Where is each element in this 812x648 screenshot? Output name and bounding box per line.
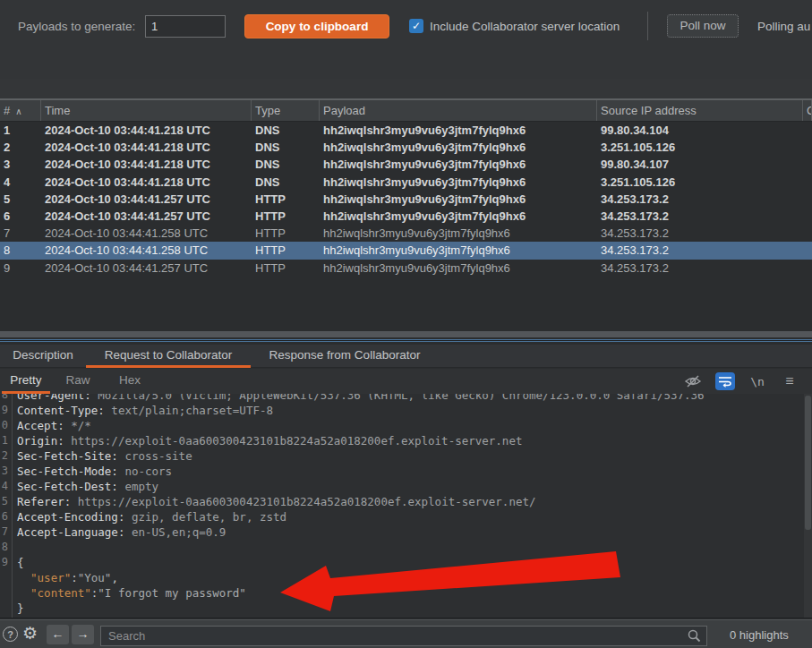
poll-now-button[interactable]: Poll now [667,14,739,38]
table-row[interactable]: 62024-Oct-10 03:44:41.257 UTCHTTPhh2iwql… [0,208,812,225]
cell-payload: hh2iwqlshr3myu9vu6y3jtm7fylq9hx6 [320,260,597,277]
tab-response-from-collaborator[interactable]: Response from Collaborator [251,345,439,368]
editor-line: 8User-Agent: Mozilla/5.0 (Victim; AppleW… [0,394,812,403]
cell-time: 2024-Oct-10 03:44:41.218 UTC [41,122,252,139]
table-row[interactable]: 42024-Oct-10 03:44:41.218 UTCDNShh2iwqls… [0,174,812,191]
cell-number: 1 [0,122,41,139]
line-number: 8 [0,540,12,555]
cell-comment [803,139,812,156]
line-number: 3 [0,464,12,479]
table-row[interactable]: 12024-Oct-10 03:44:41.218 UTCDNShh2iwqls… [0,122,812,139]
cell-comment [803,260,812,277]
line-number [0,570,12,585]
settings-gear-icon[interactable]: ⚙ [22,623,38,644]
cell-time: 2024-Oct-10 03:44:41.218 UTC [41,174,252,191]
cell-payload: hh2iwqlshr3myu9vu6y3jtm7fylq9hx6 [320,225,597,242]
table-row[interactable]: 72024-Oct-10 03:44:41.258 UTCHTTPhh2iwql… [0,225,812,242]
subtab-pretty[interactable]: Pretty [0,369,52,394]
table-row[interactable]: 92024-Oct-10 03:44:41.257 UTCHTTPhh2iwql… [0,260,812,277]
previous-match-button[interactable]: ← [47,625,69,644]
line-number: 5 [0,494,12,509]
cell-time: 2024-Oct-10 03:44:41.257 UTC [41,208,252,225]
line-text: Origin: https://exploit-0aa600300423101b… [17,433,522,448]
results-table-body: 12024-Oct-10 03:44:41.218 UTCDNShh2iwqls… [0,122,812,277]
line-text: { [17,555,24,570]
line-text: "content":"I forgot my password" [17,585,246,601]
cell-time: 2024-Oct-10 03:44:41.257 UTC [41,191,252,208]
editor-status-bar: ? ⚙ ← → 0 highlights [0,619,812,648]
column-header-payload[interactable]: Payload [320,100,597,121]
editor-line: 6Accept-Encoding: gzip, deflate, br, zst… [0,509,812,524]
cell-source-ip: 99.80.34.104 [597,122,803,139]
subtab-raw[interactable]: Raw [52,369,104,394]
column-header-type[interactable]: Type [252,100,320,121]
editor-line: 2Sec-Fetch-Site: cross-site [0,448,812,464]
editor-line: 4Sec-Fetch-Dest: empty [0,479,812,494]
column-header-time[interactable]: Time [41,100,252,121]
table-row[interactable]: 22024-Oct-10 03:44:41.218 UTCDNShh2iwqls… [0,139,812,156]
tab-request-to-collaborator[interactable]: Request to Collaborator [86,345,251,368]
next-match-button[interactable]: → [72,625,94,644]
cell-number: 3 [0,156,41,173]
cell-source-ip: 34.253.173.2 [597,225,803,242]
cell-comment [803,225,812,242]
cell-number: 6 [0,208,41,225]
newline-display-icon[interactable]: \n [748,372,767,390]
tab-description[interactable]: Description [0,345,86,368]
cell-type: HTTP [252,260,320,277]
help-icon[interactable]: ? [3,627,18,642]
subtab-hex[interactable]: Hex [104,369,156,394]
collaborator-results-table: #∧ Time Type Payload Source IP address C… [0,98,812,329]
request-editor[interactable]: 8User-Agent: Mozilla/5.0 (Victim; AppleW… [0,394,812,618]
column-header-source-ip[interactable]: Source IP address [597,100,803,121]
cell-payload: hh2iwqlshr3myu9vu6y3jtm7fylq9hx6 [320,122,597,139]
cell-type: HTTP [252,242,320,259]
column-header-number[interactable]: #∧ [0,100,41,121]
search-magnifier-icon[interactable] [687,628,702,647]
column-header-comment[interactable]: C [803,100,812,121]
editor-scrollbar[interactable] [804,394,812,618]
payloads-count-input[interactable] [145,15,226,38]
table-row[interactable]: 52024-Oct-10 03:44:41.257 UTCHTTPhh2iwql… [0,191,812,208]
word-wrap-toggle-icon[interactable] [715,372,735,390]
editor-lines: 8User-Agent: Mozilla/5.0 (Victim; AppleW… [0,394,812,616]
cell-source-ip: 99.80.34.107 [597,156,803,173]
cell-type: DNS [252,174,320,191]
cell-source-ip: 34.253.173.2 [597,208,803,225]
line-text: Accept: */* [17,418,91,433]
cell-number: 9 [0,260,41,277]
include-location-label: Include Collaborator server location [430,20,620,33]
hide-matches-eye-off-icon[interactable] [683,372,703,390]
search-input[interactable] [101,627,679,645]
table-row[interactable]: 32024-Oct-10 03:44:41.218 UTCDNShh2iwqls… [0,156,812,173]
cell-payload: hh2iwqlshr3myu9vu6y3jtm7fylq9hx6 [320,174,597,191]
line-number: 8 [0,394,12,403]
cell-number: 8 [0,242,41,259]
line-text: "user":"You", [17,570,118,585]
toolbar-divider [647,12,648,40]
panel-splitter[interactable] [0,329,812,345]
cell-number: 7 [0,225,41,242]
editor-line: "content":"I forgot my password" [0,585,812,601]
cell-number: 4 [0,174,41,191]
editor-line: 9{ [0,555,812,570]
collaborator-toolbar: Payloads to generate: Copy to clipboard … [0,0,812,79]
line-text: Referer: https://exploit-0aa600300423101… [17,494,536,509]
editor-scrollbar-thumb[interactable] [805,396,811,530]
copy-to-clipboard-button[interactable]: Copy to clipboard [244,14,389,38]
editor-line: 3Sec-Fetch-Mode: no-cors [0,464,812,479]
editor-menu-icon[interactable]: ≡ [780,372,799,390]
include-location-checkbox[interactable]: ✓ [409,19,423,33]
cell-comment [803,242,812,259]
cell-comment [803,208,812,225]
cell-comment [803,191,812,208]
results-panel-header [0,79,812,98]
cell-source-ip: 34.253.173.2 [597,242,803,259]
table-row[interactable]: 82024-Oct-10 03:44:41.258 UTCHTTPhh2iwql… [0,242,812,259]
cell-time: 2024-Oct-10 03:44:41.257 UTC [41,260,252,277]
editor-line: 1Origin: https://exploit-0aa600300423101… [0,433,812,448]
cell-type: HTTP [252,208,320,225]
line-text: Sec-Fetch-Dest: empty [17,479,158,494]
line-number: 0 [0,418,12,433]
editor-line: } [0,601,812,616]
